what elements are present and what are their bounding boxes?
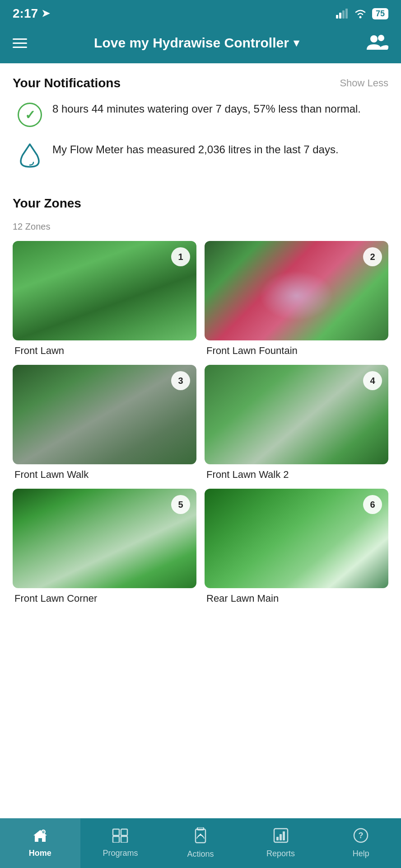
nav-item-actions[interactable]: Actions bbox=[160, 818, 241, 868]
zone-card-1[interactable]: 1 Front Lawn bbox=[13, 241, 196, 357]
svg-point-8 bbox=[42, 830, 45, 833]
svg-rect-3 bbox=[345, 9, 348, 19]
zone-badge-2: 2 bbox=[363, 247, 382, 266]
zone-label-4: Front Lawn Walk 2 bbox=[205, 469, 388, 481]
main-content: Your Notifications Show Less 8 hours 44 … bbox=[0, 63, 401, 868]
zones-count: 12 Zones bbox=[13, 222, 388, 232]
zone-label-3: Front Lawn Walk bbox=[13, 469, 196, 481]
notifications-section: Your Notifications Show Less 8 hours 44 … bbox=[0, 63, 401, 187]
header-title[interactable]: Love my Hydrawise Controller ▾ bbox=[94, 35, 299, 51]
notification-text-1: 8 hours 44 minutes watering over 7 days,… bbox=[52, 101, 385, 117]
zone-image-3: 3 bbox=[13, 365, 196, 464]
hamburger-menu[interactable] bbox=[13, 38, 27, 48]
water-drop-icon bbox=[19, 142, 41, 169]
reports-icon bbox=[273, 828, 289, 846]
zones-header: Your Zones bbox=[13, 196, 388, 211]
svg-rect-19 bbox=[283, 831, 285, 840]
zone-badge-6: 6 bbox=[363, 495, 382, 514]
svg-point-6 bbox=[378, 35, 384, 41]
notifications-header: Your Notifications Show Less bbox=[13, 76, 388, 90]
zone-image-5: 5 bbox=[13, 489, 196, 588]
svg-point-5 bbox=[370, 35, 378, 42]
wifi-icon bbox=[354, 9, 367, 19]
svg-rect-9 bbox=[113, 829, 119, 835]
zone-badge-1: 1 bbox=[171, 247, 190, 266]
notifications-title: Your Notifications bbox=[13, 76, 121, 90]
zones-title: Your Zones bbox=[13, 196, 81, 211]
zone-label-5: Front Lawn Corner bbox=[13, 593, 196, 604]
zone-image-2: 2 bbox=[205, 241, 388, 340]
nav-label-help: Help bbox=[353, 849, 369, 859]
svg-rect-1 bbox=[339, 13, 341, 19]
zones-section: Your Zones 12 Zones 1 Front Lawn 2 bbox=[0, 187, 401, 650]
zone-card-6[interactable]: 6 Rear Lawn Main bbox=[205, 489, 388, 604]
notification-item-1: 8 hours 44 minutes watering over 7 days,… bbox=[13, 101, 388, 128]
nav-item-help[interactable]: ? Help bbox=[321, 818, 401, 868]
zone-badge-4: 4 bbox=[363, 371, 382, 390]
programs-icon bbox=[112, 828, 128, 846]
svg-rect-11 bbox=[113, 836, 119, 843]
users-icon[interactable] bbox=[366, 33, 388, 53]
nav-label-home: Home bbox=[29, 849, 51, 858]
bottom-navigation: Home Programs Actions bbox=[0, 818, 401, 868]
check-icon-wrapper bbox=[16, 101, 43, 128]
nav-item-home[interactable]: Home bbox=[0, 818, 80, 868]
zone-card-4[interactable]: 4 Front Lawn Walk 2 bbox=[205, 365, 388, 481]
svg-point-15 bbox=[200, 834, 201, 835]
svg-rect-17 bbox=[276, 837, 279, 840]
zone-image-6: 6 bbox=[205, 489, 388, 588]
show-less-button[interactable]: Show Less bbox=[340, 77, 388, 89]
svg-rect-0 bbox=[336, 15, 338, 19]
svg-rect-2 bbox=[342, 10, 345, 19]
zone-label-1: Front Lawn bbox=[13, 345, 196, 357]
zones-grid: 1 Front Lawn 2 Front Lawn Fountain 3 bbox=[13, 241, 388, 604]
zone-card-2[interactable]: 2 Front Lawn Fountain bbox=[205, 241, 388, 357]
zone-card-3[interactable]: 3 Front Lawn Walk bbox=[13, 365, 196, 481]
home-icon bbox=[33, 828, 48, 846]
svg-rect-12 bbox=[121, 836, 127, 843]
nav-item-reports[interactable]: Reports bbox=[241, 818, 321, 868]
zone-image-1: 1 bbox=[13, 241, 196, 340]
svg-rect-10 bbox=[121, 829, 127, 835]
dropdown-arrow-icon: ▾ bbox=[294, 37, 299, 49]
check-circle-icon bbox=[18, 103, 42, 127]
svg-text:?: ? bbox=[359, 831, 364, 840]
nav-label-reports: Reports bbox=[266, 849, 295, 859]
zone-label-6: Rear Lawn Main bbox=[205, 593, 388, 604]
nav-item-programs[interactable]: Programs bbox=[80, 818, 161, 868]
notification-text-2: My Flow Meter has measured 2,036 litres … bbox=[52, 142, 385, 157]
svg-point-4 bbox=[359, 16, 361, 19]
help-icon: ? bbox=[353, 828, 368, 846]
status-icons: 75 bbox=[336, 8, 388, 19]
zone-card-5[interactable]: 5 Front Lawn Corner bbox=[13, 489, 196, 604]
zone-badge-5: 5 bbox=[171, 495, 190, 514]
drop-icon-wrapper bbox=[16, 142, 43, 169]
svg-rect-18 bbox=[280, 834, 282, 840]
nav-label-actions: Actions bbox=[187, 849, 214, 859]
zone-label-2: Front Lawn Fountain bbox=[205, 345, 388, 357]
time-display: 2:17 bbox=[13, 6, 38, 21]
svg-rect-14 bbox=[196, 829, 205, 843]
actions-icon bbox=[194, 827, 207, 847]
notification-item-2: My Flow Meter has measured 2,036 litres … bbox=[13, 142, 388, 169]
status-time: 2:17 ➤ bbox=[13, 6, 50, 21]
zone-image-4: 4 bbox=[205, 365, 388, 464]
app-header: Love my Hydrawise Controller ▾ bbox=[0, 25, 401, 63]
zone-badge-3: 3 bbox=[171, 371, 190, 390]
battery-display: 75 bbox=[372, 8, 388, 19]
status-bar: 2:17 ➤ 75 bbox=[0, 0, 401, 25]
signal-icon bbox=[336, 9, 349, 19]
nav-label-programs: Programs bbox=[103, 849, 138, 858]
location-icon: ➤ bbox=[42, 8, 50, 19]
